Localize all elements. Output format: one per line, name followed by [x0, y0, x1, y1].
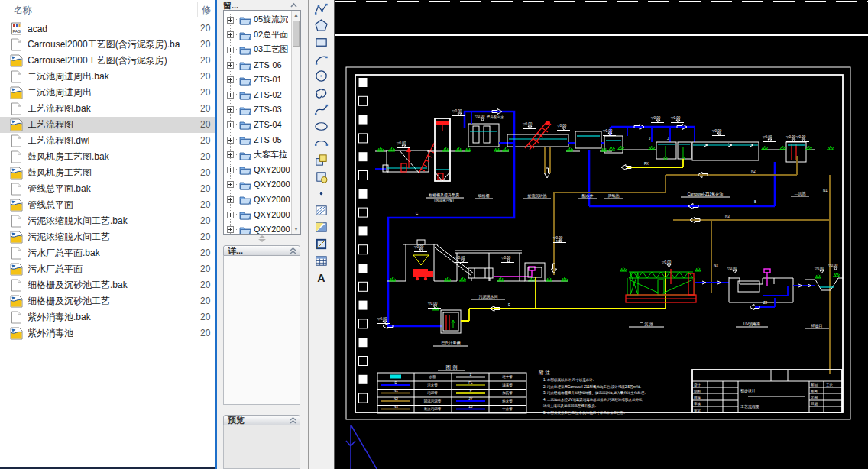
margin-scale-block	[359, 134, 368, 143]
file-row[interactable]: 污水厂总平面.bak 20	[0, 245, 215, 261]
details-panel-header[interactable]: 详...	[223, 245, 300, 256]
elevation-mark	[603, 129, 616, 135]
scroll-thumb[interactable]	[293, 21, 300, 47]
expand-plus-icon[interactable]	[227, 222, 234, 234]
file-row[interactable]: 管线总平面 20	[0, 197, 215, 213]
preview-panel-header[interactable]: 预览	[223, 415, 300, 425]
tool-insert-block-button[interactable]	[312, 151, 332, 168]
expand-plus-icon[interactable]	[227, 133, 234, 147]
file-row[interactable]: 工艺流程图 20	[0, 117, 215, 133]
tool-polyline-button[interactable]	[312, 0, 332, 17]
file-row[interactable]: 污泥浓缩脱水间工艺.bak 20	[0, 213, 215, 229]
tool-rectangle-button[interactable]	[312, 34, 332, 50]
expand-plus-icon[interactable]	[227, 177, 234, 191]
file-row[interactable]: 工艺流程图.dwl 20	[0, 133, 215, 149]
file-row[interactable]: 二沉池周进周出.bak 20	[0, 69, 215, 85]
pipe-label: F	[508, 303, 510, 307]
tool-point-button[interactable]	[312, 185, 332, 202]
tree-item[interactable]: QXY2000	[224, 162, 292, 177]
tree-item[interactable]: QXY2000	[224, 192, 292, 207]
file-row[interactable]: Carrousel2000工艺图(含污泥泵房) 20	[0, 53, 215, 69]
file-row[interactable]: 紫外消毒池.bak 20	[0, 309, 215, 325]
expand-plus-icon[interactable]	[227, 118, 234, 131]
tree-item[interactable]: ZTS-02	[224, 87, 292, 102]
tree-item[interactable]: 02总平面	[224, 27, 292, 43]
folder-icon	[239, 180, 251, 189]
tool-spline-button[interactable]	[312, 101, 332, 118]
pipe-label: J	[667, 137, 669, 141]
legend-water-swatch	[390, 375, 401, 379]
expand-plus-icon[interactable]	[227, 13, 234, 27]
tool-circle-button[interactable]	[312, 67, 332, 84]
titleblock-drawing-title: 工艺流程图	[740, 404, 760, 409]
tree-item[interactable]: 03工艺图	[224, 42, 292, 57]
expand-plus-icon[interactable]	[227, 58, 234, 72]
column-header-name[interactable]: 名称	[14, 4, 32, 17]
tool-region-button[interactable]	[312, 235, 332, 252]
expand-plus-icon[interactable]	[227, 147, 234, 161]
expand-plus-icon[interactable]	[227, 102, 234, 116]
file-row[interactable]: 鼓风机房工艺图.bak 20	[0, 149, 215, 165]
file-row[interactable]: 细格栅及沉砂池工艺 20	[0, 293, 215, 309]
file-row[interactable]: 紫外消毒池 20	[0, 325, 215, 341]
pipe-label: N2	[751, 170, 756, 173]
tree-item[interactable]: ZTS-04	[224, 117, 292, 132]
tree-item[interactable]: ZTS-01	[224, 72, 292, 87]
file-row[interactable]: 管线总平面.bak 20	[0, 181, 215, 197]
expand-plus-icon[interactable]	[227, 192, 234, 206]
file-row[interactable]: FAS acad 20	[0, 21, 215, 37]
collapse-chevron-icon[interactable]	[290, 1, 297, 10]
tree-item[interactable]: ZTS-03	[224, 102, 292, 118]
tool-gradient-button[interactable]	[312, 218, 332, 235]
tree-item[interactable]: QXY2000	[224, 222, 292, 234]
tool-hatch-button[interactable]	[312, 202, 332, 218]
tree-item[interactable]: 05旋流沉	[224, 12, 292, 27]
panel-splitter[interactable]	[257, 235, 267, 243]
margin-scale-block	[359, 264, 368, 273]
tree-item[interactable]: 大客车拉	[224, 147, 292, 162]
file-name: 工艺流程图.dwl	[28, 134, 89, 147]
tool-make-block-button[interactable]	[312, 168, 332, 185]
tool-polygon-button[interactable]	[312, 17, 332, 34]
expand-plus-icon[interactable]	[227, 163, 234, 176]
file-row[interactable]: 鼓风机房工艺图 20	[0, 165, 215, 181]
expand-plus-icon[interactable]	[227, 208, 234, 222]
file-row[interactable]: 污泥浓缩脱水间工艺 20	[0, 229, 215, 245]
file-modified-date: 20	[200, 135, 215, 146]
tree-item[interactable]: ZTS-06	[224, 57, 292, 73]
grass-symbol	[779, 146, 786, 150]
tree-panel-header[interactable]: 留...	[223, 0, 300, 10]
tree-item[interactable]: QXY2000	[224, 177, 292, 192]
tree-item-label: 05旋流沉	[254, 14, 288, 25]
column-header-modified[interactable]: 修	[202, 4, 211, 17]
file-row[interactable]: 工艺流程图.bak 20	[0, 101, 215, 117]
margin-scale-block	[359, 96, 368, 105]
expand-plus-icon[interactable]	[227, 88, 234, 102]
scroll-up-icon[interactable]: ▲	[292, 11, 300, 20]
expand-plus-icon[interactable]	[227, 27, 234, 41]
tool-ellipse-button[interactable]	[312, 118, 332, 134]
tool-ellipse-arc-button[interactable]	[312, 134, 332, 151]
file-row[interactable]: Carrousel2000工艺图(含污泥泵房).bak 20	[0, 37, 215, 53]
cad-drawing-area[interactable]: ▽0.00 提升泵出水	[334, 0, 868, 469]
file-row[interactable]: 污水厂总平面 20	[0, 261, 215, 277]
svg-text:Carrousel-Z11氧化沟: Carrousel-Z11氧化沟	[688, 192, 724, 197]
tool-arc-button[interactable]	[312, 50, 332, 67]
tree-item[interactable]: QXY2000	[224, 207, 292, 222]
tool-table-button[interactable]	[312, 252, 332, 269]
cad-canvas[interactable]: ▽0.00 提升泵出水	[335, 0, 868, 469]
column-separator[interactable]	[197, 2, 198, 17]
expand-plus-icon[interactable]	[227, 43, 234, 57]
legend-label: JY	[468, 397, 472, 401]
tree-item[interactable]: ZTS-05	[224, 132, 292, 147]
folder-icon	[239, 89, 251, 99]
scroll-down-icon[interactable]: ▼	[292, 225, 300, 234]
tool-revision-cloud-button[interactable]	[312, 84, 332, 101]
file-row[interactable]: 细格栅及沉砂池工艺.bak 20	[0, 277, 215, 293]
file-modified-date: 20	[200, 312, 215, 322]
tool-multiline-text-button[interactable]: A	[312, 269, 332, 286]
file-icon	[10, 199, 23, 212]
tree-scrollbar[interactable]: ▲ ▼	[291, 11, 300, 234]
file-row[interactable]: 二沉池周进周出 20	[0, 85, 215, 101]
expand-plus-icon[interactable]	[227, 73, 234, 86]
